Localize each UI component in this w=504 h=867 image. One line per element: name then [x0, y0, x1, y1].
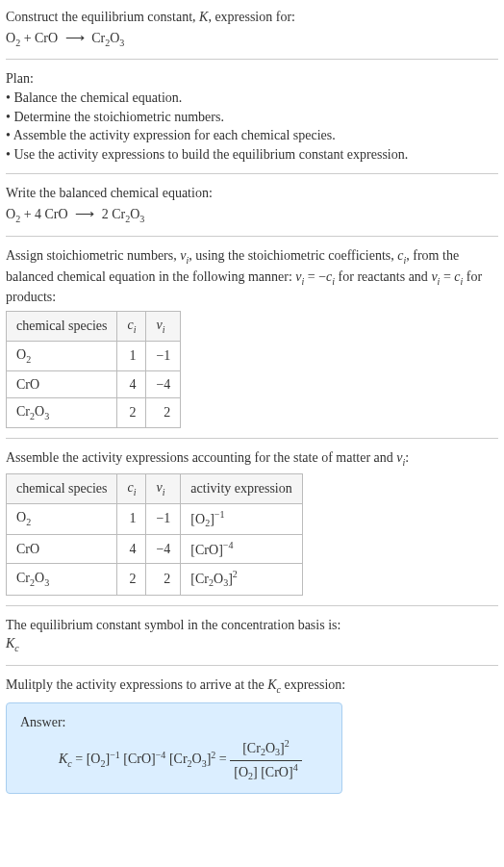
cell-nui: 2: [146, 564, 181, 595]
answer-label: Answer:: [20, 713, 328, 732]
cell-species: CrO: [7, 370, 117, 398]
col-ci: ci: [117, 473, 146, 503]
activity-section: Assemble the activity expressions accoun…: [6, 448, 498, 596]
cell-ci: 4: [117, 534, 146, 563]
prompt-text-1: Construct the equilibrium constant,: [6, 10, 199, 24]
cell-species: Cr2O3: [7, 564, 117, 595]
col-species: chemical species: [7, 311, 117, 341]
reaction-arrow-icon: ⟶: [71, 205, 98, 224]
table-header-row: chemical species ci νi activity expressi…: [7, 473, 303, 503]
plan-item-1: • Balance the chemical equation.: [6, 89, 498, 108]
answer-equation: Kc = [O2]−1 [CrO]−4 [Cr2O3]2 = [Cr2O3]2[…: [20, 737, 328, 783]
activity-table: chemical species ci νi activity expressi…: [6, 473, 303, 596]
plan-item-2: • Determine the stoichiometric numbers.: [6, 108, 498, 127]
divider: [6, 59, 498, 60]
plan-heading: Plan:: [6, 69, 498, 89]
answer-box: Answer: Kc = [O2]−1 [CrO]−4 [Cr2O3]2 = […: [6, 702, 342, 795]
species-O2: O2: [6, 31, 20, 45]
species-Cr2O3: Cr2O3: [91, 31, 124, 45]
cell-species: Cr2O3: [7, 398, 117, 428]
table-row: CrO 4 −4 [CrO]−4: [7, 534, 303, 563]
cell-nui: −1: [146, 503, 181, 534]
table-row: O2 1 −1: [7, 341, 181, 370]
reaction-arrow-icon: ⟶: [62, 29, 88, 48]
balanced-section: Write the balanced chemical equation: O2…: [6, 184, 498, 225]
unbalanced-equation: O2 + CrO ⟶ Cr2O3: [6, 29, 498, 50]
balanced-heading: Write the balanced chemical equation:: [6, 184, 498, 203]
prompt-text-2: , expression for:: [208, 10, 295, 24]
cell-nui: −1: [146, 341, 181, 370]
divider: [6, 173, 498, 174]
cell-ci: 2: [117, 398, 146, 428]
species-O2: O2: [6, 207, 20, 221]
fraction: [Cr2O3]2[O2] [CrO]4: [230, 737, 301, 783]
basis-section: The equilibrium constant symbol in the c…: [6, 616, 498, 655]
prompt: Construct the equilibrium constant, K, e…: [6, 8, 498, 49]
cell-nui: 2: [146, 398, 181, 428]
table-row: Cr2O3 2 2 [Cr2O3]2: [7, 564, 303, 595]
cell-species: CrO: [7, 534, 117, 563]
col-ci: ci: [117, 311, 146, 341]
cell-activity: [O2]−1: [181, 503, 302, 534]
balanced-equation: O2 + 4 CrO ⟶ 2 Cr2O3: [6, 205, 498, 226]
cell-activity: [Cr2O3]2: [181, 564, 302, 595]
cell-ci: 1: [117, 503, 146, 534]
col-nui: νi: [146, 311, 181, 341]
divider: [6, 236, 498, 237]
col-nui: νi: [146, 473, 181, 503]
cell-species: O2: [7, 341, 117, 370]
K-symbol: K: [199, 10, 208, 24]
basis-text: The equilibrium constant symbol in the c…: [6, 616, 498, 635]
kc-symbol: Kc: [6, 634, 498, 655]
col-activity: activity expression: [181, 473, 302, 503]
cell-nui: −4: [146, 370, 181, 398]
table-header-row: chemical species ci νi: [7, 311, 181, 341]
stoich-section: Assign stoichiometric numbers, νi, using…: [6, 246, 498, 428]
divider: [6, 605, 498, 606]
table-row: O2 1 −1 [O2]−1: [7, 503, 303, 534]
stoich-table: chemical species ci νi O2 1 −1 CrO 4 −4 …: [6, 311, 181, 428]
cell-ci: 4: [117, 370, 146, 398]
species-CrO: CrO: [35, 31, 58, 45]
divider: [6, 438, 498, 439]
table-row: Cr2O3 2 2: [7, 398, 181, 428]
col-species: chemical species: [7, 473, 117, 503]
cell-nui: −4: [146, 534, 181, 563]
plan-section: Plan: • Balance the chemical equation. •…: [6, 69, 498, 164]
plan-item-3: • Assemble the activity expression for e…: [6, 126, 498, 145]
cell-ci: 2: [117, 564, 146, 595]
cell-species: O2: [7, 503, 117, 534]
cell-activity: [CrO]−4: [181, 534, 302, 563]
multiply-section: Mulitply the activity expressions to arr…: [6, 676, 498, 697]
plan-item-4: • Use the activity expressions to build …: [6, 145, 498, 165]
table-row: CrO 4 −4: [7, 370, 181, 398]
cell-ci: 1: [117, 341, 146, 370]
divider: [6, 665, 498, 666]
